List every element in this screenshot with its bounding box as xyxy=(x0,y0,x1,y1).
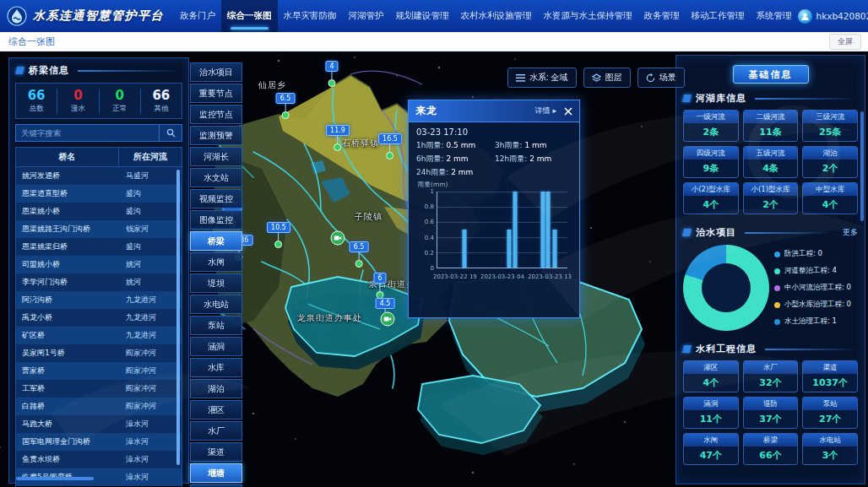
river-name-cell: 漳水河 xyxy=(118,454,182,465)
section-marker-icon xyxy=(682,345,692,353)
water-level-marker[interactable]: 6.5 xyxy=(350,241,369,268)
nav-item[interactable]: 规划建设管理 xyxy=(390,0,455,32)
water-level-marker[interactable]: 11.9 xyxy=(326,125,350,151)
nav-item[interactable]: 农村水利设施管理 xyxy=(455,0,538,32)
table-row[interactable]: 姚河发通桥 马盛河 xyxy=(16,167,182,185)
user-name: hkxb42080201 xyxy=(816,11,868,21)
table-row[interactable]: 国军电网理金门沟桥 漳水河 xyxy=(16,433,182,451)
water-level-marker[interactable]: 4 xyxy=(325,61,338,87)
layer-menu-item[interactable]: 水厂 xyxy=(190,421,242,441)
nav-item[interactable]: 水资源与水土保持管理 xyxy=(538,0,638,32)
layer-menu-item[interactable]: 重要节点 xyxy=(190,84,242,103)
layer-menu-item[interactable]: 泵站 xyxy=(190,316,242,335)
table-row[interactable]: 恩渠姚小桥 盛沟 xyxy=(16,203,182,220)
water-level-marker[interactable]: 16.5 xyxy=(378,133,402,160)
layer-menu-item[interactable]: 涵洞 xyxy=(190,337,242,356)
table-row[interactable]: 马跑大桥 漳水河 xyxy=(16,415,182,433)
breadcrumb[interactable]: 综合一张图 xyxy=(0,35,55,48)
table-row[interactable]: 工军桥 阎家冲河 xyxy=(16,380,182,398)
table-row[interactable]: 恩渠姚渠归桥 盛沟 xyxy=(16,238,182,256)
nav-item[interactable]: 政务管理 xyxy=(638,0,686,32)
detail-link[interactable]: 详情 xyxy=(535,106,556,116)
nav-item[interactable]: 河湖管护 xyxy=(343,0,390,32)
list-icon xyxy=(516,74,525,82)
nav-item[interactable]: 综合一张图 xyxy=(221,0,278,32)
legend-text: 中小河流治理工程: 0 xyxy=(784,283,851,293)
layer-menu-item[interactable]: 水电站 xyxy=(190,295,242,314)
table-scrollbar[interactable] xyxy=(176,170,180,465)
x-axis-labels: 2023-03-22 192023-03-23 042023-03-23 13 xyxy=(433,273,572,280)
camera-marker[interactable] xyxy=(331,231,345,246)
rain-metric: 24h雨量:2 mm xyxy=(416,167,493,178)
table-row[interactable]: 司盟姚小桥 姚河 xyxy=(16,256,182,273)
card-value: 37个 xyxy=(744,410,798,428)
layer-menu-item[interactable]: 治水项目 xyxy=(190,62,242,82)
table-row[interactable]: 鱼贯水坝桥 漳水河 xyxy=(16,451,182,468)
card-value: 25条 xyxy=(803,123,857,141)
fullscreen-button[interactable]: 全屏 xyxy=(829,34,861,50)
layer-menu-item[interactable]: 视频监控 xyxy=(190,189,242,208)
table-row[interactable]: 曹家桥 阎家冲河 xyxy=(16,362,182,380)
card-label: 涵洞 xyxy=(684,398,738,410)
layer-menu-item[interactable]: 河湖长 xyxy=(190,147,242,166)
user-menu[interactable]: hkxb42080201 xyxy=(798,9,868,24)
river-name-cell: 阎家冲河 xyxy=(118,348,182,359)
base-info-button[interactable]: 基础信息 xyxy=(733,65,809,84)
nav-item[interactable]: 移动工作管理 xyxy=(686,0,751,32)
table-row[interactable]: 禹龙小桥 九龙港河 xyxy=(16,309,182,327)
nav-item[interactable]: 系统管理 xyxy=(751,0,798,32)
camera-marker[interactable] xyxy=(381,312,395,327)
layer-menu-item[interactable]: 灌区 xyxy=(190,400,242,419)
bridge-table: 桥名 所在河流 姚河发通桥 马盛河 恩渠道直型桥 盛沟 恩 xyxy=(15,147,182,487)
marker-pin-icon xyxy=(281,111,289,119)
water-level-marker[interactable]: 6.5 xyxy=(276,93,296,119)
layers-button[interactable]: 图层 xyxy=(583,68,631,88)
search-input[interactable] xyxy=(15,124,159,142)
table-row[interactable]: 吴家闸1号桥 阎家冲河 xyxy=(16,344,182,362)
water-system-scope-button[interactable]: 水系: 全域 xyxy=(507,68,577,88)
layer-menu-item[interactable]: 监控节点 xyxy=(190,105,242,124)
legend-text: 水土治理工程: 1 xyxy=(784,317,837,327)
card-label: 灌区 xyxy=(684,361,738,374)
table-row[interactable]: 阿汈沟桥 九龙港河 xyxy=(16,291,182,309)
marker-stem xyxy=(358,252,359,260)
close-button[interactable] xyxy=(564,107,572,116)
layer-menu-item[interactable]: 湖泊 xyxy=(190,379,242,398)
nav-item[interactable]: 政务门户 xyxy=(174,0,221,32)
card-label: 三级河流 xyxy=(803,111,857,123)
layer-menu-item[interactable]: 水库 xyxy=(190,358,242,377)
layer-menu-item[interactable]: 监测预警 xyxy=(190,126,242,145)
layer-menu-item[interactable]: 图像监控 xyxy=(190,210,242,230)
water-level-marker[interactable]: 10.5 xyxy=(267,222,290,248)
layer-menu-item[interactable]: 桥梁 xyxy=(190,231,242,251)
y-tick: 1 xyxy=(431,188,434,195)
search-button[interactable] xyxy=(159,124,182,142)
panel-scrollbar[interactable] xyxy=(860,111,864,221)
layer-menu-item[interactable]: 水文站 xyxy=(190,168,242,187)
scene-button[interactable]: 场景 xyxy=(637,68,685,88)
card-label: 小(1)型水库 xyxy=(744,183,798,196)
info-card: 水电站 3个 xyxy=(802,433,858,465)
chart-plot-area xyxy=(437,192,567,268)
table-row[interactable]: 恩渠道直型桥 盛沟 xyxy=(16,185,182,203)
layer-menu-item[interactable]: 堤坝 xyxy=(190,273,242,293)
horizontal-scrollbar[interactable] xyxy=(16,477,94,480)
marker-value: 4.5 xyxy=(376,298,395,309)
info-card: 桥梁 66个 xyxy=(743,433,799,465)
layer-menu-item[interactable]: 堰塘 xyxy=(190,463,242,483)
layer-menu-item[interactable]: 水闸 xyxy=(190,252,242,272)
table-row[interactable]: 李学河门沟桥 姚河 xyxy=(16,273,182,291)
metric-value: 2 mm xyxy=(529,154,551,163)
card-label: 水闸 xyxy=(684,434,738,446)
table-row[interactable]: 恩渠姚路王沟门沟桥 钱家河 xyxy=(16,220,182,238)
more-link[interactable]: 更多 xyxy=(843,227,858,238)
card-label: 中型水库 xyxy=(803,183,857,196)
layer-menu-item[interactable]: 渠道 xyxy=(190,442,242,462)
legend-item: 小型水库治理工程: 0 xyxy=(774,300,858,310)
table-row[interactable]: 矿区桥 九龙港河 xyxy=(16,327,182,344)
card-value: 4个 xyxy=(684,374,738,392)
table-row[interactable]: 白路桥 阎家冲河 xyxy=(16,398,182,415)
legend-text: 小型水库治理工程: 0 xyxy=(784,300,851,310)
nav-item[interactable]: 水旱灾害防御 xyxy=(278,0,343,32)
water-level-marker[interactable]: 6 xyxy=(373,273,386,299)
